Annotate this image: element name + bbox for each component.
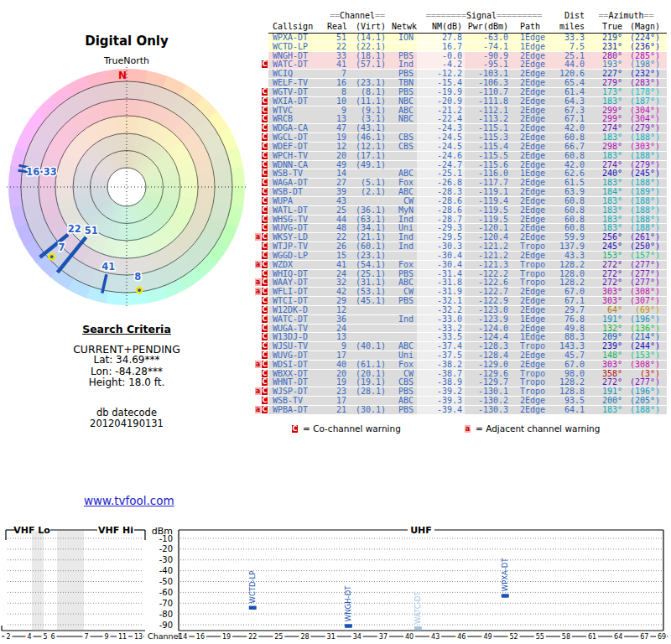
cell-nm: -15.4 xyxy=(417,79,465,87)
cell-true_az: 240° xyxy=(586,169,623,178)
channel-tick: 52 xyxy=(510,633,518,641)
cell-real: 25 xyxy=(327,206,348,215)
cell-callsign: WHSG-TV xyxy=(268,216,327,224)
co-channel-warning-icon: C xyxy=(262,206,268,214)
cell-path: 1Edge xyxy=(511,34,551,42)
cell-true_az: 256° xyxy=(586,233,623,242)
co-channel-warning-icon: C xyxy=(262,143,268,150)
cell-pwr: -124.0 xyxy=(465,325,511,333)
table-row: aCWZDX41(54.1)Fox-30.4-121.3Tropo128.227… xyxy=(255,261,667,270)
cell-netwk: PBS xyxy=(388,52,417,60)
azimuth-group-header: ==Azimuth== xyxy=(586,11,666,21)
channel-tick: 11 xyxy=(118,633,127,641)
cell-netwk: ABC xyxy=(388,397,417,405)
search-criteria-heading: Search Criteria xyxy=(0,324,253,335)
channel-tick: 25 xyxy=(274,633,283,641)
cell-real: 32 xyxy=(327,278,348,287)
cell-true_az: 303° xyxy=(586,361,623,369)
cell-miles: 67.1 xyxy=(551,115,586,123)
cell-pwr: -111.8 xyxy=(465,97,511,106)
col-callsign: Callsign xyxy=(268,21,327,33)
cell-callsign: WUPA xyxy=(268,197,327,205)
cell-netwk: Fox xyxy=(388,361,417,369)
cell-pwr: -130.2 xyxy=(465,397,511,405)
cell-magn_az: (277°) xyxy=(623,378,666,387)
spectrum-bar-label: WPXA-DT xyxy=(501,558,509,592)
cell-true_az: 193° xyxy=(586,60,623,69)
col-real: Real xyxy=(327,21,348,33)
co-channel-warning-icon: C xyxy=(262,406,268,413)
cell-true_az: 183° xyxy=(586,152,623,160)
adjacent-channel-warning-icon: a xyxy=(465,425,471,433)
cell-nm: -28.7 xyxy=(417,216,465,224)
cell-nm: -39.2 xyxy=(417,387,465,396)
search-lon: Lon: -84.28*** xyxy=(0,366,253,378)
cell-path: 2Edge xyxy=(511,288,551,296)
band-label: VHF Lo xyxy=(13,525,50,536)
cell-callsign: WKSY-LD xyxy=(268,233,327,242)
cell-magn_az: (205°) xyxy=(623,397,666,405)
cell-netwk xyxy=(388,306,417,314)
svg-text:8: 8 xyxy=(134,271,141,283)
cell-nm: -38.9 xyxy=(417,378,465,387)
cell-real: 10 xyxy=(327,97,348,106)
channel-tick: 34 xyxy=(353,633,362,641)
cell-real: 26 xyxy=(327,242,348,251)
cell-miles: 88.3 xyxy=(551,333,586,341)
cell-virt: (54.1) xyxy=(348,261,388,269)
cell-real: 42 xyxy=(327,288,348,296)
dbm-tick: -30 xyxy=(159,555,173,564)
vhf-gap-band xyxy=(57,531,84,630)
search-height: Height: 18.0 ft. xyxy=(0,377,253,389)
cell-magn_az: (188°) xyxy=(623,133,666,142)
cell-virt xyxy=(348,306,388,314)
cell-netwk: Fox xyxy=(388,179,417,187)
cell-miles: 137.9 xyxy=(551,242,586,251)
cell-nm: -29.3 xyxy=(417,224,465,232)
cell-nm: -39.4 xyxy=(417,406,465,414)
cell-callsign: WGTV-DT xyxy=(268,88,327,96)
cell-miles: 61.4 xyxy=(551,88,586,96)
cell-real: 9 xyxy=(327,342,348,351)
cell-miles: 60.8 xyxy=(551,224,586,232)
cell-pwr: -120.1 xyxy=(465,224,511,232)
cell-path: 2Edge xyxy=(511,206,551,215)
cell-pwr: -117.7 xyxy=(465,179,511,187)
cell-miles: 44.0 xyxy=(551,60,586,69)
cell-netwk: Ind xyxy=(388,242,417,251)
spectrum-bar-label: WNGH-DT xyxy=(344,585,352,621)
cell-true_az: 272° xyxy=(586,378,623,387)
cell-miles: 128.8 xyxy=(551,387,586,396)
cell-real: 22 xyxy=(327,43,348,51)
cell-callsign: WUVG-DT xyxy=(268,351,327,360)
cell-magn_az: (69°) xyxy=(623,306,666,314)
cell-magn_az: (188°) xyxy=(623,406,666,414)
cell-virt: (23.1) xyxy=(348,79,388,87)
cell-callsign: WTVC xyxy=(268,106,327,115)
cell-miles: 66.7 xyxy=(551,143,586,151)
cell-pwr: -129.0 xyxy=(465,361,511,369)
cell-pwr: -122.9 xyxy=(465,297,511,305)
cell-real: 14 xyxy=(327,169,348,178)
channel-tick: 16 xyxy=(196,633,205,641)
cell-netwk: CW xyxy=(388,288,417,296)
cell-virt xyxy=(348,315,388,324)
cell-miles: 128.2 xyxy=(551,278,586,287)
cell-pwr: -122.7 xyxy=(465,288,511,296)
cell-true_az: 183° xyxy=(586,406,623,414)
adjacent-channel-warning-icon: a xyxy=(255,361,261,368)
co-channel-warning-icon: C xyxy=(262,216,268,223)
cell-true_az: 209° xyxy=(586,333,623,341)
cell-callsign: WCTD-LP xyxy=(268,43,327,51)
cell-nm: -38.7 xyxy=(417,370,465,378)
cell-path: 2Edge xyxy=(511,306,551,314)
cell-path: 2Edge xyxy=(511,179,551,187)
co-channel-warning-icon: C xyxy=(262,60,268,68)
cell-true_az: 299° xyxy=(586,106,623,115)
cell-magn_az: (277°) xyxy=(623,270,666,278)
cell-nm: -0.0 xyxy=(417,52,465,60)
tvfool-link[interactable]: www.tvfool.com xyxy=(84,494,174,507)
cell-nm: -28.6 xyxy=(417,197,465,205)
cell-nm: -24.3 xyxy=(417,124,465,132)
cell-magn_az: (279°) xyxy=(623,161,666,169)
